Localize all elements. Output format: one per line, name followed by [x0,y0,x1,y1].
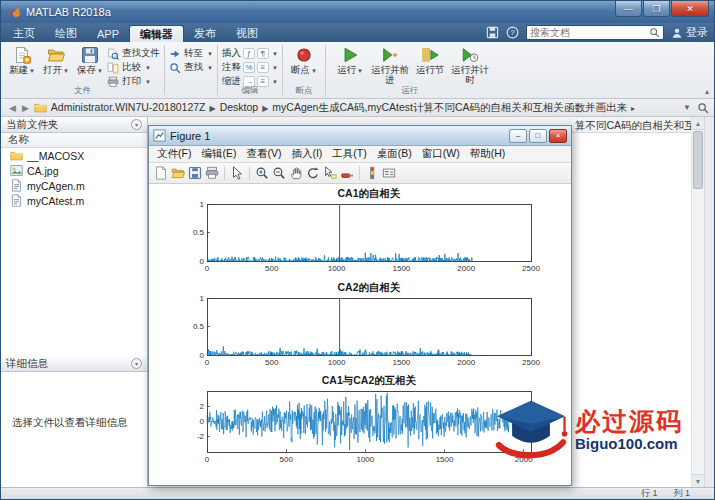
edit-section-label: 编辑 [218,85,282,97]
figure-maximize-button[interactable]: □ [529,129,547,143]
forward-button[interactable]: ▶ [22,103,29,113]
svg-text:0: 0 [205,264,210,273]
open-button[interactable]: 打开▼ [39,45,73,87]
chevron-down-icon: ▼ [357,68,363,74]
doc-search-box[interactable] [526,25,664,40]
compare-button[interactable]: 比较▼ [107,61,160,74]
data-cursor-icon[interactable] [322,165,338,181]
tab-publish[interactable]: 发布 [184,25,226,42]
zoom-in-icon[interactable] [254,165,270,181]
file-list: __MACOSXCA.jpgmyCAgen.mmyCAtest.m [1,148,147,208]
comment-row[interactable]: 注释 % ≡ ▼ [222,61,278,74]
figure-menubar: 文件(F)编辑(E)查看(V)插入(I)工具(T)桌面(B)窗口(W)帮助(H) [149,146,571,163]
matlab-logo-icon [7,5,21,19]
uncomment-icon[interactable]: ≡ [257,62,269,73]
search-icon[interactable] [649,27,660,38]
open-file-icon[interactable] [170,165,186,181]
file-row[interactable]: myCAtest.m [1,193,147,208]
insert-row[interactable]: 插入 ƒ ¶ ▼ [222,47,278,60]
breadcrumb-segment[interactable]: Administrator.WIN7U-20180127Z [51,101,206,113]
svg-text:0.5: 0.5 [193,322,205,331]
save-figure-icon[interactable] [187,165,203,181]
find-button[interactable]: 查找▼ [169,61,213,74]
run-time-button[interactable]: 运行并计时 [450,45,490,87]
pan-hand-icon[interactable] [288,165,304,181]
figure-close-button[interactable]: × [549,129,567,143]
login-button[interactable]: 登录 [671,25,708,40]
svg-text:0: 0 [200,257,205,266]
figure-menu-item[interactable]: 桌面(B) [372,147,417,161]
comment-icon[interactable]: % [243,62,255,73]
breadcrumb-segment[interactable]: myCAgen生成CA码,myCAtest计算不同CA码的自相关和互相关函数并画… [272,101,627,113]
folder-icon [10,149,23,162]
tab-home[interactable]: 主页 [3,25,45,42]
window-titlebar[interactable]: MATLAB R2018a — ❐ ✕ [1,1,714,23]
tab-apps[interactable]: APP [87,25,129,42]
svg-text:0: 0 [205,358,210,367]
find-files-button[interactable]: 查找文件 [107,47,160,60]
doc-search-input[interactable] [530,27,649,38]
help-icon[interactable]: ? [506,26,519,39]
maximize-button[interactable]: ❐ [643,1,670,17]
close-button[interactable]: ✕ [671,1,709,17]
ribbon-collapse-button[interactable]: ▴ [705,87,709,96]
tab-editor[interactable]: 编辑器 [129,25,184,42]
figure-menu-item[interactable]: 编辑(E) [196,147,241,161]
figure-menu-item[interactable]: 窗口(W) [417,147,465,161]
scrollbar-thumb[interactable] [693,131,703,189]
breakpoints-button[interactable]: 断点▼ [287,45,321,87]
figure-menu-item[interactable]: 帮助(H) [465,147,511,161]
svg-text:0.5: 0.5 [193,228,205,237]
insert-section-icon[interactable]: ¶ [257,48,269,59]
quick-save-icon[interactable] [486,26,499,39]
search-folder-icon[interactable] [697,102,709,114]
scroll-up-icon[interactable]: ▲ [692,117,704,130]
rotate-3d-icon[interactable] [305,165,321,181]
brush-icon[interactable] [339,165,355,181]
chevron-down-icon: ▼ [29,68,35,74]
print-figure-icon[interactable] [204,165,220,181]
figure-menu-item[interactable]: 查看(V) [241,147,286,161]
figure-menu-item[interactable]: 工具(T) [327,147,371,161]
insert-function-icon[interactable]: ƒ [243,48,255,59]
goto-button[interactable]: 转至▼ [169,47,213,60]
name-column-header[interactable]: 名称 [1,133,147,148]
file-row[interactable]: myCAgen.m [1,178,147,193]
current-folder-panel: 当前文件夹 ▾ 名称 __MACOSXCA.jpgmyCAgen.mmyCAte… [1,117,148,487]
run-button[interactable]: 运行▼ [330,45,370,87]
breadcrumb-expand-icon[interactable]: ▸ [631,104,635,113]
file-row[interactable]: CA.jpg [1,163,147,178]
zoom-out-icon[interactable] [271,165,287,181]
new-script-button[interactable]: 新建▼ [5,45,39,87]
details-panel: 详细信息 ▾ 选择文件以查看详细信息 [1,356,147,487]
watermark-url: Biguo100.com [575,435,683,452]
run-section-button[interactable]: 运行节 [410,45,450,87]
tab-plots[interactable]: 绘图 [45,25,87,42]
insert-colorbar-icon[interactable] [364,165,380,181]
save-button[interactable]: 保存▼ [73,45,107,87]
panel-menu-icon[interactable]: ▾ [131,119,142,130]
scroll-down-icon[interactable]: ▼ [692,474,704,487]
figure-toolbar [149,163,571,184]
toolbar-divider [359,166,360,180]
file-row[interactable]: __MACOSX [1,148,147,163]
figure-menu-item[interactable]: 文件(F) [152,147,196,161]
breadcrumb-segment[interactable]: Desktop [220,101,259,113]
svg-text:2500: 2500 [522,264,540,273]
chevron-down-icon[interactable]: ▼ [683,103,691,112]
image-icon [10,164,23,177]
run-section-label: 运行 [326,85,494,97]
minimize-button[interactable]: — [615,1,642,17]
figure-titlebar[interactable]: Figure 1 – □ × [149,126,571,146]
panel-menu-icon[interactable]: ▾ [131,358,142,369]
svg-text:1000: 1000 [356,455,374,464]
toolstrip-tabrow: 主页绘图APP编辑器发布视图 ? 登录 [1,23,714,42]
tab-view[interactable]: 视图 [226,25,268,42]
figure-menu-item[interactable]: 插入(I) [286,147,327,161]
insert-legend-icon[interactable] [381,165,397,181]
back-button[interactable]: ◀ [9,103,16,113]
new-figure-icon[interactable] [153,165,169,181]
run-advance-button[interactable]: 运行并前进 [370,45,410,87]
edit-plot-cursor-icon[interactable] [229,165,245,181]
figure-minimize-button[interactable]: – [509,129,527,143]
